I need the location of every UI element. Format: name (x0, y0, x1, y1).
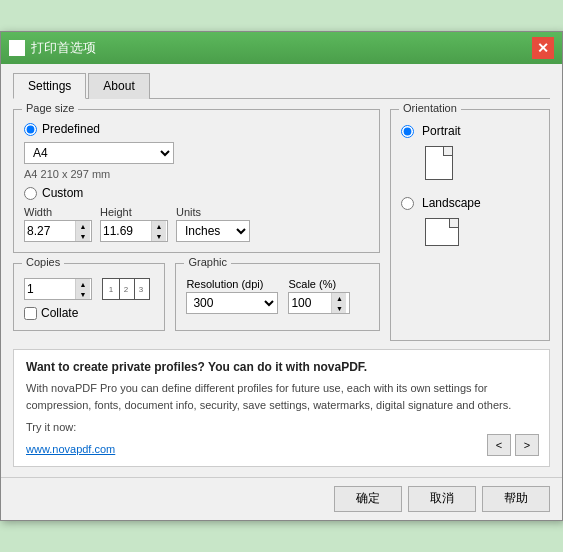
window-title: 打印首选项 (31, 39, 96, 57)
tab-bar: Settings About (13, 72, 550, 99)
left-column: Page size Predefined A4 A3 Letter Legal (13, 109, 380, 341)
promo-title: Want to create private profiles? You can… (26, 360, 537, 374)
cancel-button[interactable]: 取消 (408, 486, 476, 512)
graphic-title: Graphic (184, 256, 231, 268)
page-size-group: Page size Predefined A4 A3 Letter Legal (13, 109, 380, 253)
page-size-dropdown-row: A4 A3 Letter Legal (24, 142, 369, 164)
height-down-btn[interactable]: ▼ (152, 231, 166, 241)
predefined-label: Predefined (42, 122, 100, 136)
orientation-title: Orientation (399, 102, 461, 114)
width-input[interactable] (25, 224, 75, 238)
height-spinner: ▲ ▼ (100, 220, 168, 242)
graphic-group: Graphic Resolution (dpi) 300 72 150 600 (175, 263, 380, 331)
collate-row: Collate (24, 306, 154, 320)
custom-label: Custom (42, 186, 83, 200)
help-button[interactable]: 帮助 (482, 486, 550, 512)
copy-pages-icon: 1 2 3 (102, 278, 150, 300)
resolution-select-wrap: 300 72 150 600 1200 (186, 292, 278, 314)
portrait-radio[interactable] (401, 125, 414, 138)
page-size-hint: A4 210 x 297 mm (24, 168, 369, 180)
scale-input[interactable] (289, 296, 331, 310)
copies-graphic-row: Copies ▲ ▼ (13, 263, 380, 341)
predefined-radio[interactable] (24, 123, 37, 136)
copies-up-btn[interactable]: ▲ (76, 279, 90, 289)
width-label: Width (24, 206, 92, 218)
width-up-btn[interactable]: ▲ (76, 221, 90, 231)
promo-next-btn[interactable]: > (515, 434, 539, 456)
scale-spinner-btns: ▲ ▼ (331, 293, 346, 313)
height-spinner-btns: ▲ ▼ (151, 221, 166, 241)
tab-settings[interactable]: Settings (13, 73, 86, 99)
promo-text: With novaPDF Pro you can define differen… (26, 380, 537, 413)
landscape-option: Landscape (401, 196, 539, 210)
copies-row: ▲ ▼ 1 2 3 (24, 278, 154, 300)
copies-title: Copies (22, 256, 64, 268)
portrait-option: Portrait (401, 124, 539, 138)
height-group: Height ▲ ▼ (100, 206, 168, 242)
landscape-radio[interactable] (401, 197, 414, 210)
mini-page-1: 1 (102, 278, 120, 300)
orientation-group: Orientation Portrait Landscape (390, 109, 550, 341)
custom-radio[interactable] (24, 187, 37, 200)
tab-about[interactable]: About (88, 73, 149, 99)
copies-section: ▲ ▼ 1 2 3 (24, 272, 154, 320)
copies-input[interactable] (25, 282, 75, 296)
height-label: Height (100, 206, 168, 218)
confirm-button[interactable]: 确定 (334, 486, 402, 512)
promo-nav: < > (487, 434, 539, 456)
close-button[interactable]: ✕ (532, 37, 554, 59)
width-group: Width ▲ ▼ (24, 206, 92, 242)
scale-field: Scale (%) ▲ ▼ (288, 278, 350, 314)
copies-group: Copies ▲ ▼ (13, 263, 165, 331)
units-select[interactable]: Inches mm cm (177, 221, 249, 241)
collate-checkbox[interactable] (24, 307, 37, 320)
promo-prev-btn[interactable]: < (487, 434, 511, 456)
width-down-btn[interactable]: ▼ (76, 231, 90, 241)
right-column: Orientation Portrait Landscape (390, 109, 550, 341)
collate-label: Collate (41, 306, 78, 320)
portrait-label: Portrait (422, 124, 461, 138)
resolution-label: Resolution (dpi) (186, 278, 278, 290)
promo-section: Want to create private profiles? You can… (13, 349, 550, 467)
resolution-field: Resolution (dpi) 300 72 150 600 1200 (186, 278, 278, 314)
graphic-inner: Resolution (dpi) 300 72 150 600 1200 (186, 272, 369, 314)
height-input[interactable] (101, 224, 151, 238)
page-size-select[interactable]: A4 A3 Letter Legal (24, 142, 174, 164)
dimensions-row: Width ▲ ▼ Height (24, 206, 369, 242)
copies-spinner-btns: ▲ ▼ (75, 279, 90, 299)
height-up-btn[interactable]: ▲ (152, 221, 166, 231)
width-spinner: ▲ ▼ (24, 220, 92, 242)
copies-spinner: ▲ ▼ (24, 278, 92, 300)
custom-radio-row: Custom (24, 186, 369, 200)
scale-down-btn[interactable]: ▼ (332, 303, 346, 313)
page-size-title: Page size (22, 102, 78, 114)
title-bar-left: 🖨 打印首选项 (9, 39, 96, 57)
printer-icon: 🖨 (9, 40, 25, 56)
portrait-page-icon (425, 146, 453, 180)
title-bar: 🖨 打印首选项 ✕ (1, 32, 562, 64)
width-spinner-btns: ▲ ▼ (75, 221, 90, 241)
landscape-label: Landscape (422, 196, 481, 210)
main-window: 🖨 打印首选项 ✕ Settings About Page size (0, 31, 563, 521)
copies-down-btn[interactable]: ▼ (76, 289, 90, 299)
units-group: Units Inches mm cm (176, 206, 250, 242)
units-label: Units (176, 206, 250, 218)
promo-link[interactable]: www.novapdf.com (26, 443, 115, 455)
landscape-page-icon (425, 218, 459, 246)
scale-spinner: ▲ ▼ (288, 292, 350, 314)
units-select-wrap: Inches mm cm (176, 220, 250, 242)
content-area: Settings About Page size Predefined (1, 64, 562, 477)
promo-try-label: Try it now: (26, 419, 537, 436)
orientation-options: Portrait Landscape (401, 118, 539, 246)
settings-area: Page size Predefined A4 A3 Letter Legal (13, 109, 550, 341)
scale-up-btn[interactable]: ▲ (332, 293, 346, 303)
scale-label: Scale (%) (288, 278, 350, 290)
footer-bar: 确定 取消 帮助 (1, 477, 562, 520)
resolution-select[interactable]: 300 72 150 600 1200 (187, 293, 277, 313)
predefined-radio-row: Predefined (24, 122, 369, 136)
